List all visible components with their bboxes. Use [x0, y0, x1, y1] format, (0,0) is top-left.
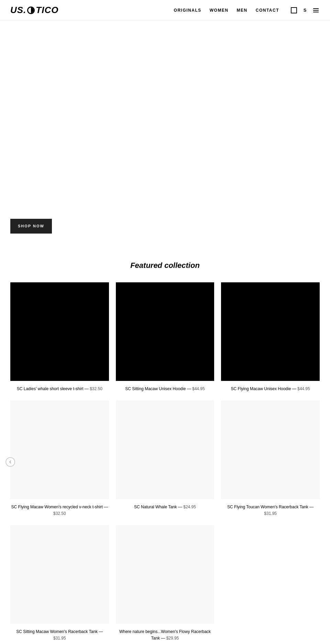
product-dash-5: — — [309, 505, 314, 509]
hero-section: SHOP NOW — [0, 21, 330, 244]
product-image-6 — [10, 525, 109, 624]
logo-text-1: US. — [10, 5, 26, 15]
nav-men[interactable]: MEN — [237, 8, 248, 13]
product-card-1[interactable]: SC Sitting Macaw Unisex Hoodie — $44.95 — [116, 282, 214, 392]
shop-now-button[interactable]: SHOP NOW — [10, 219, 52, 234]
product-info-2: SC Flying Macaw Unisex Hoodie — $44.95 — [221, 386, 320, 392]
chevron-left-icon — [9, 460, 12, 464]
product-card-7[interactable]: Where nature begins...Women's Flowy Race… — [116, 525, 214, 642]
product-name-1: SC Sitting Macaw Unisex Hoodie — [125, 386, 186, 391]
product-image-1 — [116, 282, 214, 381]
nav-women[interactable]: WOMEN — [210, 8, 229, 13]
main-nav: ORIGINALS WOMEN MEN CONTACT S — [174, 7, 320, 14]
product-dash-7: — — [161, 636, 166, 641]
site-logo[interactable]: US. TICO — [10, 5, 58, 15]
site-header: US. TICO ORIGINALS WOMEN MEN CONTACT S — [0, 0, 330, 21]
product-grid-row1: SC Ladies' whale short sleeve t-shirt — … — [10, 282, 320, 642]
product-card-3[interactable]: SC Flying Macaw Women's recycled v-neck … — [10, 400, 109, 517]
product-price-2: $44.95 — [297, 386, 310, 391]
product-price-6: $31.95 — [53, 636, 66, 641]
logo-text-2: TICO — [36, 5, 58, 15]
nav-icon-menu[interactable] — [312, 7, 320, 14]
product-info-6: SC Sitting Macaw Women's Racerback Tank … — [10, 629, 109, 642]
product-price-4: $24.95 — [183, 505, 196, 509]
product-card-6[interactable]: SC Sitting Macaw Women's Racerback Tank … — [10, 525, 109, 642]
product-name-6: SC Sitting Macaw Women's Racerback Tank — [16, 629, 98, 634]
product-price-7: $29.95 — [166, 636, 179, 641]
product-dash-2: — — [292, 386, 297, 391]
product-price-3: $32.50 — [53, 511, 66, 516]
featured-title: Featured collection — [10, 261, 320, 270]
product-info-4: SC Natural Whale Tank — $24.95 — [116, 504, 214, 510]
product-dash-1: — — [187, 386, 192, 391]
product-card-0[interactable]: SC Ladies' whale short sleeve t-shirt — … — [10, 282, 109, 392]
carousel-prev-button[interactable] — [6, 457, 15, 467]
nav-icon-square[interactable] — [290, 7, 298, 14]
logo-globe-icon — [27, 7, 35, 14]
product-dash-4: — — [178, 505, 183, 509]
product-dash-3: — — [104, 505, 108, 509]
product-dash-0: — — [85, 386, 90, 391]
nav-contact[interactable]: CONTACT — [256, 8, 279, 13]
svg-rect-1 — [313, 10, 319, 11]
product-dash-6: — — [99, 629, 103, 634]
svg-rect-2 — [313, 12, 319, 12]
svg-rect-0 — [313, 8, 319, 9]
product-image-3 — [10, 400, 109, 499]
menu-icon — [313, 8, 319, 13]
product-price-5: $31.95 — [264, 511, 277, 516]
product-info-3: SC Flying Macaw Women's recycled v-neck … — [10, 504, 109, 517]
product-image-5 — [221, 400, 320, 499]
product-image-2 — [221, 282, 320, 381]
product-image-4 — [116, 400, 214, 499]
product-name-3: SC Flying Macaw Women's recycled v-neck … — [11, 505, 103, 509]
product-name-4: SC Natural Whale Tank — [134, 505, 177, 509]
product-info-7: Where nature begins...Women's Flowy Race… — [116, 629, 214, 642]
featured-collection-section: Featured collection SC Ladies' whale sho… — [0, 244, 330, 644]
product-card-4[interactable]: SC Natural Whale Tank — $24.95 — [116, 400, 214, 517]
product-price-1: $44.95 — [192, 386, 205, 391]
product-info-1: SC Sitting Macaw Unisex Hoodie — $44.95 — [116, 386, 214, 392]
product-name-2: SC Flying Macaw Unisex Hoodie — [231, 386, 291, 391]
nav-icon-s[interactable]: S — [301, 7, 309, 14]
product-image-7 — [116, 525, 214, 624]
product-info-0: SC Ladies' whale short sleeve t-shirt — … — [10, 386, 109, 392]
product-card-5[interactable]: SC Flying Toucan Women's Racerback Tank … — [221, 400, 320, 517]
nav-originals[interactable]: ORIGINALS — [174, 8, 201, 13]
product-image-0 — [10, 282, 109, 381]
product-info-5: SC Flying Toucan Women's Racerback Tank … — [221, 504, 320, 517]
s-label: S — [304, 8, 307, 13]
square-icon — [291, 7, 297, 13]
nav-icons-group: S — [290, 7, 320, 14]
product-price-0: $32.50 — [90, 386, 102, 391]
product-card-2[interactable]: SC Flying Macaw Unisex Hoodie — $44.95 — [221, 282, 320, 392]
product-name-0: SC Ladies' whale short sleeve t-shirt — [17, 386, 84, 391]
product-name-5: SC Flying Toucan Women's Racerback Tank — [227, 505, 308, 509]
